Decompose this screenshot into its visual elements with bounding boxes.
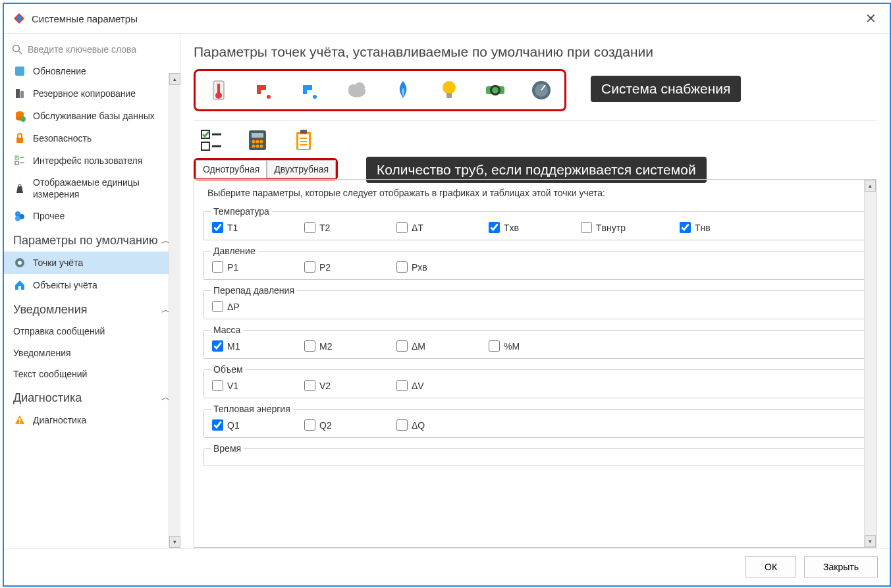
checkbox-tvnutr[interactable]: Tвнутр [581, 222, 627, 233]
close-icon[interactable]: ✕ [861, 11, 880, 26]
sidebar-item-backup[interactable]: Резервное копирование [4, 82, 180, 105]
close-button[interactable]: Закрыть [804, 556, 878, 577]
sidebar-item-label: Обслуживание базы данных [33, 110, 155, 122]
search-icon [12, 44, 22, 55]
sidebar-item-update[interactable]: Обновление [4, 60, 180, 82]
sidebar-item-msgtext[interactable]: Текст сообщений [4, 363, 180, 385]
group-notifications[interactable]: Уведомления ︿ [4, 296, 180, 321]
house-icon [13, 279, 26, 292]
sidebar-item-send[interactable]: Отправка сообщений [4, 321, 180, 342]
checkbox-t2[interactable]: T2 [304, 222, 344, 233]
tab-single-pipe[interactable]: Однотрубная [196, 160, 267, 178]
group-legend: Масса [211, 325, 243, 335]
lightbulb-icon[interactable] [435, 76, 463, 104]
checkbox-v1[interactable]: V1 [212, 380, 252, 391]
sidebar-item-label: Резервное копирование [33, 88, 136, 99]
checkbox-m2[interactable]: M2 [304, 340, 344, 352]
sidebar-item-label: Безопасность [33, 132, 92, 144]
svg-point-21 [18, 261, 22, 265]
group-title: Уведомления [13, 303, 88, 317]
sidebar-item-label: Отображаемые единицы измерения [33, 176, 171, 200]
pipe-tabs: Однотрубная Двухтрубная [194, 158, 338, 180]
sidebar-item-security[interactable]: Безопасность [4, 127, 180, 149]
group-diagnostics[interactable]: Диагностика ︿ [4, 385, 180, 409]
weight-icon [13, 182, 26, 195]
sidebar: Введите ключевые слова Обновление Резерв… [4, 34, 180, 548]
checkbox-p2[interactable]: P2 [304, 261, 344, 273]
gauge-icon[interactable] [527, 76, 555, 104]
checkbox-q1[interactable]: Q1 [212, 419, 252, 431]
scroll-down-icon[interactable]: ▾ [865, 535, 876, 547]
checkbox-thv[interactable]: Tхв [489, 222, 528, 233]
sidebar-item-label: Отправка сообщений [13, 325, 105, 337]
svg-rect-42 [202, 142, 209, 150]
cloud-icon[interactable] [343, 76, 371, 104]
search-input[interactable]: Введите ключевые слова [4, 39, 180, 60]
group-defaults[interactable]: Параметры по умолчанию ︿ [4, 227, 180, 252]
clipboard-icon[interactable] [290, 126, 317, 154]
checkbox-dm[interactable]: ΔM [396, 340, 436, 352]
sidebar-item-points[interactable]: Точки учёта [4, 252, 180, 274]
calculator-icon[interactable] [244, 126, 271, 154]
sidebar-item-units[interactable]: Отображаемые единицы измерения [4, 172, 180, 205]
params-scrollbar[interactable]: ▴ ▾ [864, 180, 876, 547]
group-legend: Тепловая энергия [211, 404, 293, 414]
svg-point-47 [252, 140, 256, 144]
scroll-up-icon[interactable]: ▴ [865, 180, 876, 192]
sidebar-item-diagnostics[interactable]: Диагностика [4, 409, 180, 431]
checkbox-phv[interactable]: Pхв [396, 261, 436, 273]
svg-point-37 [492, 87, 499, 94]
group-title: Параметры по умолчанию [13, 234, 158, 248]
scroll-up-icon[interactable]: ▴ [169, 73, 180, 85]
divider [194, 120, 877, 121]
scroll-down-icon[interactable]: ▾ [169, 536, 180, 548]
group-legend: Время [211, 443, 244, 454]
cold-tap-icon[interactable] [297, 76, 325, 104]
gas-flame-icon[interactable] [389, 76, 417, 104]
backup-icon [13, 87, 26, 100]
sidebar-item-objects[interactable]: Объекты учёта [4, 274, 180, 296]
checkbox-t1[interactable]: T1 [212, 222, 252, 233]
database-icon [13, 109, 26, 122]
sidebar-scrollbar[interactable]: ▴ ▾ [169, 73, 180, 548]
hot-tap-icon[interactable] [251, 76, 279, 104]
modules-icon [13, 209, 26, 223]
checkbox-v2[interactable]: V2 [304, 380, 344, 391]
svg-point-48 [256, 140, 259, 144]
tab-double-pipe[interactable]: Двухтрубная [267, 160, 336, 178]
checkbox-p1[interactable]: P1 [212, 261, 252, 273]
thermometer-icon[interactable] [205, 76, 232, 104]
titlebar: Системные параметры ✕ [4, 4, 890, 34]
checkbox-dt[interactable]: ΔT [396, 222, 436, 233]
supply-system-selector [194, 69, 566, 111]
checkbox-dq[interactable]: ΔQ [396, 419, 436, 431]
checkbox-dv[interactable]: ΔV [396, 380, 436, 391]
params-panel: Выберите параметры, которые следует отоб… [194, 179, 877, 548]
svg-rect-11 [16, 138, 23, 143]
sidebar-item-other[interactable]: Прочее [4, 205, 180, 227]
checkbox-dp[interactable]: ΔP [212, 301, 252, 312]
svg-point-29 [313, 95, 317, 99]
checkbox-q2[interactable]: Q2 [304, 419, 344, 431]
flowmeter-icon[interactable] [481, 76, 509, 104]
supply-system-row: Система снабжения [194, 69, 877, 111]
svg-rect-6 [20, 91, 24, 98]
sidebar-item-ui[interactable]: Интерфейс пользователя [4, 149, 180, 172]
svg-point-50 [252, 145, 256, 148]
svg-point-49 [260, 140, 263, 144]
checkbox-tnv[interactable]: Tнв [680, 222, 719, 233]
svg-rect-14 [15, 161, 18, 165]
ok-button[interactable]: ОК [745, 556, 796, 577]
checkbox-pm[interactable]: %M [489, 340, 528, 352]
svg-point-10 [20, 117, 26, 122]
sidebar-item-label: Объекты учёта [33, 279, 97, 291]
svg-point-32 [354, 82, 365, 93]
svg-rect-34 [446, 93, 452, 98]
checklist-mode-icon[interactable] [198, 126, 225, 154]
group-mass: Масса M1 M2 ΔM %M [203, 325, 867, 359]
checklist-icon [13, 154, 26, 167]
sidebar-item-dbmaint[interactable]: Обслуживание базы данных [4, 105, 180, 127]
checkbox-m1[interactable]: M1 [212, 340, 252, 352]
sidebar-item-notifications[interactable]: Уведомления [4, 342, 180, 363]
sidebar-item-label: Диагностика [33, 414, 86, 426]
